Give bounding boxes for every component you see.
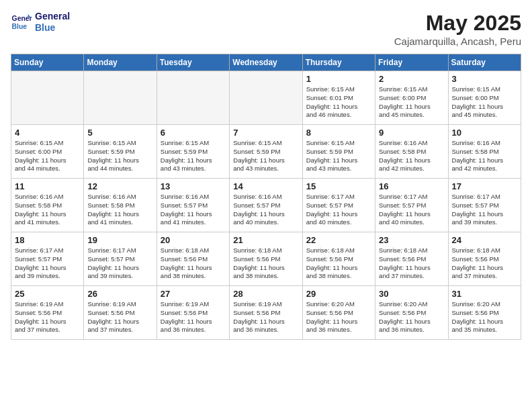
header-tuesday: Tuesday [157, 54, 229, 71]
calendar-cell: 25Sunrise: 6:19 AMSunset: 5:56 PMDayligh… [11, 286, 84, 340]
calendar-cell: 8Sunrise: 6:15 AMSunset: 5:59 PMDaylight… [302, 125, 375, 179]
day-info: Sunrise: 6:17 AMSunset: 5:57 PMDaylight:… [379, 193, 444, 227]
day-number: 20 [161, 235, 226, 245]
day-info: Sunrise: 6:19 AMSunset: 5:56 PMDaylight:… [87, 300, 152, 334]
day-number: 3 [452, 74, 517, 84]
calendar-cell: 21Sunrise: 6:18 AMSunset: 5:56 PMDayligh… [230, 232, 302, 286]
month-title: May 2025 [394, 11, 521, 36]
calendar-cell: 5Sunrise: 6:15 AMSunset: 5:59 PMDaylight… [84, 125, 157, 179]
day-info: Sunrise: 6:20 AMSunset: 5:56 PMDaylight:… [452, 300, 517, 334]
calendar-cell: 20Sunrise: 6:18 AMSunset: 5:56 PMDayligh… [157, 232, 229, 286]
header-sunday: Sunday [11, 54, 84, 71]
day-info: Sunrise: 6:16 AMSunset: 5:57 PMDaylight:… [161, 193, 226, 227]
day-info: Sunrise: 6:15 AMSunset: 6:00 PMDaylight:… [452, 85, 517, 120]
day-info: Sunrise: 6:19 AMSunset: 5:56 PMDaylight:… [15, 300, 80, 334]
calendar-cell: 13Sunrise: 6:16 AMSunset: 5:57 PMDayligh… [157, 179, 229, 232]
calendar-cell [157, 71, 229, 125]
day-info: Sunrise: 6:18 AMSunset: 5:56 PMDaylight:… [452, 246, 517, 281]
day-info: Sunrise: 6:16 AMSunset: 5:58 PMDaylight:… [379, 139, 444, 173]
header-friday: Friday [375, 54, 448, 71]
day-number: 2 [379, 74, 444, 84]
calendar-cell: 9Sunrise: 6:16 AMSunset: 5:58 PMDaylight… [375, 125, 448, 179]
calendar-week-row: 1Sunrise: 6:15 AMSunset: 6:01 PMDaylight… [11, 71, 521, 125]
calendar-cell [84, 71, 157, 125]
day-number: 16 [379, 181, 444, 191]
calendar-cell: 29Sunrise: 6:20 AMSunset: 5:56 PMDayligh… [302, 286, 375, 340]
day-info: Sunrise: 6:17 AMSunset: 5:57 PMDaylight:… [87, 246, 152, 281]
day-number: 7 [233, 128, 298, 138]
logo-blue: Blue [35, 22, 70, 34]
day-number: 19 [87, 235, 152, 245]
header-monday: Monday [84, 54, 157, 71]
day-number: 31 [452, 289, 517, 299]
day-number: 6 [161, 128, 226, 138]
day-info: Sunrise: 6:18 AMSunset: 5:56 PMDaylight:… [306, 246, 371, 281]
day-number: 29 [306, 289, 371, 299]
day-info: Sunrise: 6:16 AMSunset: 5:57 PMDaylight:… [233, 193, 298, 227]
page-header: General Blue General Blue May 2025 Cajam… [11, 11, 521, 47]
day-info: Sunrise: 6:15 AMSunset: 6:01 PMDaylight:… [306, 85, 371, 120]
calendar-cell: 18Sunrise: 6:17 AMSunset: 5:57 PMDayligh… [11, 232, 84, 286]
day-number: 8 [306, 128, 371, 138]
day-number: 26 [87, 289, 152, 299]
day-number: 5 [87, 128, 152, 138]
calendar-cell: 15Sunrise: 6:17 AMSunset: 5:57 PMDayligh… [302, 179, 375, 232]
day-number: 25 [15, 289, 80, 299]
day-info: Sunrise: 6:19 AMSunset: 5:56 PMDaylight:… [233, 300, 298, 334]
calendar-cell [11, 71, 84, 125]
day-info: Sunrise: 6:15 AMSunset: 5:59 PMDaylight:… [306, 139, 371, 173]
day-number: 14 [233, 181, 298, 191]
calendar-cell: 14Sunrise: 6:16 AMSunset: 5:57 PMDayligh… [230, 179, 302, 232]
calendar-cell: 10Sunrise: 6:16 AMSunset: 5:58 PMDayligh… [448, 125, 521, 179]
calendar-cell: 3Sunrise: 6:15 AMSunset: 6:00 PMDaylight… [448, 71, 521, 125]
calendar-cell: 24Sunrise: 6:18 AMSunset: 5:56 PMDayligh… [448, 232, 521, 286]
calendar-cell: 12Sunrise: 6:16 AMSunset: 5:58 PMDayligh… [84, 179, 157, 232]
calendar-cell [230, 71, 302, 125]
header-saturday: Saturday [448, 54, 521, 71]
day-number: 11 [15, 181, 80, 191]
day-info: Sunrise: 6:17 AMSunset: 5:57 PMDaylight:… [306, 193, 371, 227]
day-info: Sunrise: 6:17 AMSunset: 5:57 PMDaylight:… [452, 193, 517, 227]
logo-icon: General Blue [11, 11, 32, 33]
calendar-cell: 2Sunrise: 6:15 AMSunset: 6:00 PMDaylight… [375, 71, 448, 125]
calendar-cell: 11Sunrise: 6:16 AMSunset: 5:58 PMDayligh… [11, 179, 84, 232]
calendar-cell: 6Sunrise: 6:15 AMSunset: 5:59 PMDaylight… [157, 125, 229, 179]
calendar-week-row: 11Sunrise: 6:16 AMSunset: 5:58 PMDayligh… [11, 179, 521, 232]
calendar-cell: 27Sunrise: 6:19 AMSunset: 5:56 PMDayligh… [157, 286, 229, 340]
calendar-week-row: 18Sunrise: 6:17 AMSunset: 5:57 PMDayligh… [11, 232, 521, 286]
calendar-week-row: 4Sunrise: 6:15 AMSunset: 6:00 PMDaylight… [11, 125, 521, 179]
svg-text:Blue: Blue [12, 22, 28, 30]
day-info: Sunrise: 6:16 AMSunset: 5:58 PMDaylight:… [452, 139, 517, 173]
calendar-cell: 7Sunrise: 6:15 AMSunset: 5:59 PMDaylight… [230, 125, 302, 179]
day-info: Sunrise: 6:20 AMSunset: 5:56 PMDaylight:… [379, 300, 444, 334]
day-number: 1 [306, 74, 371, 84]
location-title: Cajamarquilla, Ancash, Peru [394, 36, 521, 47]
day-info: Sunrise: 6:18 AMSunset: 5:56 PMDaylight:… [233, 246, 298, 281]
day-info: Sunrise: 6:15 AMSunset: 5:59 PMDaylight:… [161, 139, 226, 173]
calendar-week-row: 25Sunrise: 6:19 AMSunset: 5:56 PMDayligh… [11, 286, 521, 340]
calendar-cell: 16Sunrise: 6:17 AMSunset: 5:57 PMDayligh… [375, 179, 448, 232]
day-info: Sunrise: 6:15 AMSunset: 5:59 PMDaylight:… [87, 139, 152, 173]
day-number: 24 [452, 235, 517, 245]
calendar-cell: 30Sunrise: 6:20 AMSunset: 5:56 PMDayligh… [375, 286, 448, 340]
logo-general: General [35, 11, 70, 22]
calendar-cell: 26Sunrise: 6:19 AMSunset: 5:56 PMDayligh… [84, 286, 157, 340]
day-info: Sunrise: 6:15 AMSunset: 6:00 PMDaylight:… [379, 85, 444, 120]
day-info: Sunrise: 6:18 AMSunset: 5:56 PMDaylight:… [161, 246, 226, 281]
day-number: 22 [306, 235, 371, 245]
day-number: 30 [379, 289, 444, 299]
day-info: Sunrise: 6:19 AMSunset: 5:56 PMDaylight:… [161, 300, 226, 334]
day-number: 23 [379, 235, 444, 245]
header-wednesday: Wednesday [230, 54, 302, 71]
day-number: 18 [15, 235, 80, 245]
title-area: May 2025 Cajamarquilla, Ancash, Peru [394, 11, 521, 47]
calendar-cell: 17Sunrise: 6:17 AMSunset: 5:57 PMDayligh… [448, 179, 521, 232]
day-info: Sunrise: 6:16 AMSunset: 5:58 PMDaylight:… [87, 193, 152, 227]
day-info: Sunrise: 6:16 AMSunset: 5:58 PMDaylight:… [15, 193, 80, 227]
calendar-cell: 22Sunrise: 6:18 AMSunset: 5:56 PMDayligh… [302, 232, 375, 286]
calendar-header-row: SundayMondayTuesdayWednesdayThursdayFrid… [11, 54, 521, 71]
day-number: 13 [161, 181, 226, 191]
logo: General Blue General Blue [11, 11, 70, 34]
calendar-cell: 4Sunrise: 6:15 AMSunset: 6:00 PMDaylight… [11, 125, 84, 179]
day-number: 10 [452, 128, 517, 138]
